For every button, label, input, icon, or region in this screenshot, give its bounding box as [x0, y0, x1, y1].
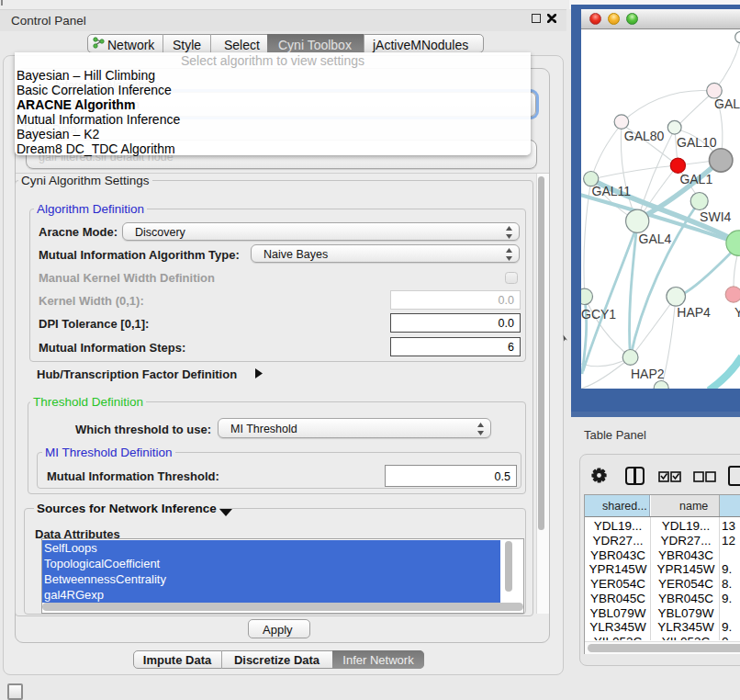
svg-text:GAL80: GAL80: [624, 129, 665, 143]
svg-text:HAP2: HAP2: [631, 367, 665, 381]
svg-text:GAL11: GAL11: [592, 184, 632, 198]
svg-text:SWI4: SWI4: [700, 209, 731, 224]
svg-text:GAL1: GAL1: [679, 172, 712, 186]
svg-text:Y: Y: [734, 305, 740, 320]
svg-text:HAP4: HAP4: [677, 305, 711, 320]
svg-text:GAL2: GAL2: [714, 96, 740, 111]
svg-text:GCY1: GCY1: [581, 307, 616, 322]
svg-text:GAL10: GAL10: [677, 135, 717, 150]
svg-text:GAL4: GAL4: [639, 231, 672, 246]
